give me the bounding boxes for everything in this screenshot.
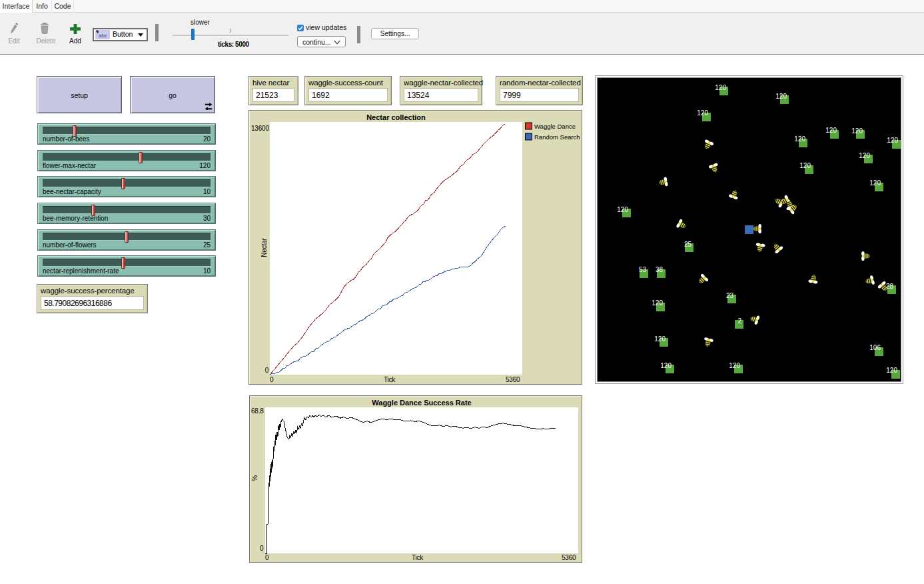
svg-text:Waggle Dance: Waggle Dance bbox=[534, 123, 576, 130]
svg-text:120: 120 bbox=[851, 127, 863, 135]
svg-text:120: 120 bbox=[859, 152, 870, 159]
svg-text:120: 120 bbox=[799, 162, 811, 169]
svg-text:120: 120 bbox=[652, 299, 663, 307]
svg-text:23: 23 bbox=[726, 292, 734, 299]
svg-text:28: 28 bbox=[886, 283, 894, 290]
svg-text:Random Search: Random Search bbox=[534, 133, 580, 141]
svg-text:2: 2 bbox=[737, 317, 741, 325]
svg-text:25: 25 bbox=[684, 241, 692, 248]
svg-text:120: 120 bbox=[775, 93, 787, 100]
svg-text:120: 120 bbox=[729, 362, 740, 369]
svg-text:120: 120 bbox=[869, 179, 881, 187]
svg-text:120: 120 bbox=[697, 109, 708, 117]
svg-text:120: 120 bbox=[886, 367, 897, 374]
svg-text:120: 120 bbox=[794, 135, 805, 143]
svg-text:120: 120 bbox=[617, 206, 628, 213]
svg-text:120: 120 bbox=[887, 137, 898, 144]
svg-text:38: 38 bbox=[656, 266, 664, 273]
svg-text:106: 106 bbox=[869, 344, 881, 351]
svg-text:120: 120 bbox=[660, 362, 672, 369]
svg-text:120: 120 bbox=[715, 84, 726, 91]
svg-text:120: 120 bbox=[654, 335, 666, 343]
svg-text:120: 120 bbox=[825, 127, 837, 134]
svg-text:53: 53 bbox=[639, 266, 647, 273]
